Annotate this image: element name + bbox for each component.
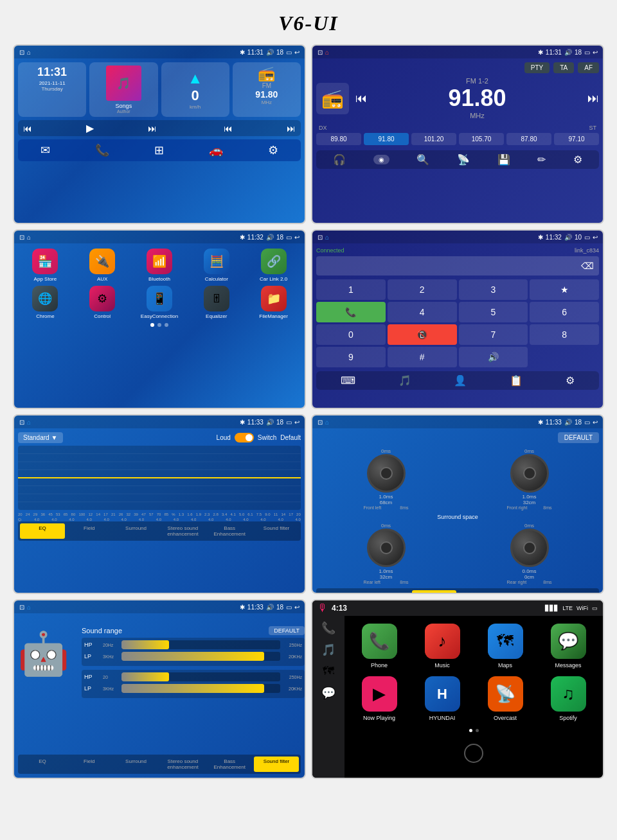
knob-rear-right[interactable] [510,529,549,567]
hp-slider-2[interactable] [121,672,280,681]
carplay-msg-sidebar[interactable]: 💬 [321,686,335,700]
preset-5[interactable]: 87.80 [506,133,551,145]
key-6[interactable]: 6 [530,302,599,322]
settings3-icon[interactable]: ⚙ [566,374,575,387]
house7-icon[interactable]: ⌂ [27,604,31,611]
car-icon[interactable]: 🚗 [209,143,223,157]
carplay-music-sidebar[interactable]: 🎵 [321,643,335,657]
save-icon[interactable]: 💾 [497,153,510,166]
key-9[interactable]: 9 [316,347,386,367]
fm-next[interactable]: ⏭ [287,123,296,134]
home-icon[interactable]: ⊡ [19,49,24,56]
carplay-maps-sidebar[interactable]: 🗺 [323,665,334,678]
back6-icon[interactable]: ↩ [593,419,598,426]
antenna-icon[interactable]: 📡 [457,153,470,166]
key-5[interactable]: 5 [459,302,528,322]
s7-tab-filter[interactable]: Sound filter [254,757,299,772]
back5-icon[interactable]: ↩ [294,419,300,426]
contacts-icon[interactable]: 👤 [454,374,467,387]
pty-button[interactable]: PTY [524,62,550,73]
back3-icon[interactable]: ↩ [294,234,300,241]
preset-3[interactable]: 101.20 [411,133,456,145]
preset-2[interactable]: 91.80 [364,133,409,145]
tab-stereo[interactable]: Stereo sound enhancement [160,523,205,539]
edit-icon[interactable]: ✏ [537,153,546,166]
apps-icon[interactable]: ⊞ [154,143,164,157]
cp-app-phone[interactable]: 📞 Phone [351,624,407,669]
s7-tab-field[interactable]: Field [67,757,112,772]
lp-slider-2[interactable] [121,684,280,693]
default-label[interactable]: Default [280,434,301,441]
key-2[interactable]: 2 [388,279,457,300]
s7-tab-surround[interactable]: Surround [114,757,159,772]
cp-app-maps[interactable]: 🗺 Maps [477,624,533,669]
home5-icon[interactable]: ⊡ [19,419,24,426]
app-easy[interactable]: 📱 EasyConnection [134,286,186,319]
key-4[interactable]: 4 [388,302,457,322]
house-icon[interactable]: ⌂ [27,49,31,56]
s6-tab-eq[interactable]: EQ [318,590,363,594]
key-0[interactable]: 0 [316,324,386,345]
backspace-icon[interactable]: ⌫ [581,261,594,271]
sound-range-default[interactable]: DEFAULT [269,626,305,635]
fm-prev[interactable]: ⏮ [224,123,233,134]
app-bluetooth[interactable]: 📶 Bluetooth [134,249,186,282]
s6-tab-surround[interactable]: Surround [412,590,457,594]
send-icon[interactable]: ✉ [40,143,50,157]
app-filemanager[interactable]: 📁 FileManager [247,286,300,319]
home2-icon[interactable]: ⊡ [317,49,323,56]
cp-app-spotify[interactable]: ♫ Spotify [540,676,596,721]
cp-app-music[interactable]: ♪ Music [414,624,470,669]
key-call[interactable]: 📞 [316,302,386,322]
tab-filter[interactable]: Sound filter [254,523,299,539]
s6-tab-field[interactable]: Field [365,590,410,594]
play-icon[interactable]: ▶ [86,122,94,134]
key-vol[interactable]: 🔊 [459,347,528,367]
ta-button[interactable]: TA [553,62,574,73]
s6-tab-stereo[interactable]: Stereo sound enhancement [458,590,503,594]
knob-rear-left[interactable] [367,529,406,567]
app-chrome[interactable]: 🌐 Chrome [19,286,71,319]
key-3[interactable]: 3 [459,279,528,300]
preset-4[interactable]: 105.70 [459,133,504,145]
back4-icon[interactable]: ↩ [593,234,598,241]
home6-icon[interactable]: ⊡ [317,419,323,426]
cp-app-hyundai[interactable]: H HYUNDAI [414,676,470,721]
app-carlink[interactable]: 🔗 Car Link 2.0 [247,249,300,282]
tab-bass[interactable]: Bass Enhancement [207,523,252,539]
calls-icon[interactable]: 📋 [510,374,523,387]
s7-tab-stereo[interactable]: Stereo sound enhancement [160,757,205,772]
app-aux[interactable]: 🔌 AUX [76,249,129,282]
house5-icon[interactable]: ⌂ [27,419,31,426]
back2-icon[interactable]: ↩ [593,49,598,56]
key-1[interactable]: 1 [316,279,386,300]
loud-toggle[interactable] [235,433,254,442]
radio-next-button[interactable]: ⏭ [587,92,599,105]
home3-icon[interactable]: ⊡ [19,234,24,241]
keypad-icon[interactable]: ⌨ [341,374,355,387]
house4-icon[interactable]: ⌂ [325,234,329,241]
back7-icon[interactable]: ↩ [294,604,300,611]
cp-app-messages[interactable]: 💬 Messages [540,624,596,669]
home4-icon[interactable]: ⊡ [317,234,323,241]
carplay-phone-sidebar[interactable]: 📞 [321,621,335,635]
song-widget[interactable]: 🎵 Songs Author [89,62,157,117]
key-8[interactable]: 8 [530,324,599,345]
cp-app-nowplaying[interactable]: ▶ Now Playing [351,676,407,721]
cp-app-overcast[interactable]: 📡 Overcast [477,676,533,721]
preset-1[interactable]: 89.80 [316,133,361,145]
tab-surround[interactable]: Surround [114,523,159,539]
key-7[interactable]: 7 [459,324,528,345]
nav-widget[interactable]: ▲ 0 km/h [161,62,229,117]
app-equalizer[interactable]: 🎚 Equalizer [190,286,242,319]
phone-icon[interactable]: 📞 [95,143,109,157]
app-appstore[interactable]: 🏪 App Store [19,249,71,282]
knob-front-right[interactable] [510,454,549,493]
prev-icon[interactable]: ⏮ [23,123,32,134]
key-star[interactable]: ★ [530,279,599,300]
house2-icon[interactable]: ⌂ [325,49,329,56]
settings2-icon[interactable]: ⚙ [573,153,582,166]
music2-icon[interactable]: 🎵 [398,374,411,387]
next-icon[interactable]: ⏭ [148,123,157,134]
eq-preset-selector[interactable]: Standard ▼ [18,432,63,443]
